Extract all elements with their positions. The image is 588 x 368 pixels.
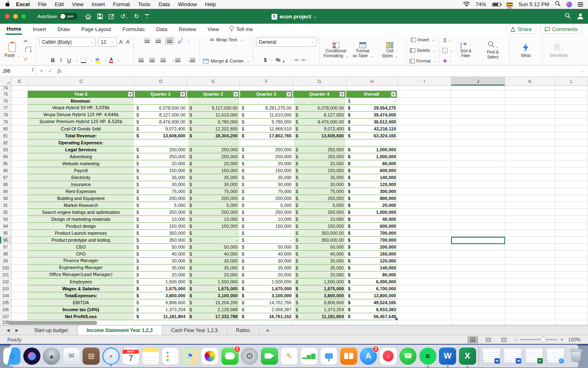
cell-I90[interactable]: [398, 195, 451, 202]
cell-E107[interactable]: $17,332,788: [187, 313, 240, 320]
page-layout-view-button[interactable]: [483, 336, 494, 343]
cell-K88[interactable]: [505, 181, 555, 188]
clear-button[interactable]: ◆⌄: [443, 58, 452, 63]
tab-data[interactable]: Data: [155, 25, 168, 34]
cell-G91[interactable]: $5,000: [293, 202, 346, 209]
cell-G103[interactable]: $1,675,000: [293, 285, 346, 292]
cell-J76[interactable]: [451, 98, 505, 105]
cell-K96[interactable]: [505, 237, 555, 244]
cell-G74[interactable]: [293, 86, 346, 91]
cell-G93[interactable]: $10,000: [293, 216, 346, 223]
cell-H79[interactable]: $36,512,000: [346, 119, 398, 126]
tab-view[interactable]: View: [207, 25, 220, 34]
dock-word-icon[interactable]: W: [439, 348, 456, 365]
cell-B85[interactable]: [11, 160, 28, 167]
cell-D103[interactable]: $1,675,000: [135, 285, 187, 292]
cell-D88[interactable]: $30,000: [135, 181, 187, 188]
cell-I79[interactable]: [398, 119, 451, 126]
cell-L105[interactable]: [555, 299, 588, 306]
font-color-button[interactable]: A: [109, 57, 113, 63]
row-header-93[interactable]: 93: [0, 216, 11, 223]
cell-B84[interactable]: [11, 153, 28, 160]
cell-H97[interactable]: $200,000: [346, 244, 398, 251]
dock-spotify-icon[interactable]: ≈: [419, 348, 437, 365]
cell-I94[interactable]: [398, 223, 451, 230]
align-left-button[interactable]: [137, 57, 145, 63]
cell-I86[interactable]: [398, 167, 451, 174]
cell-F107[interactable]: $16,761,152: [240, 313, 293, 320]
dock-launchpad-icon[interactable]: ▲: [43, 348, 60, 365]
orientation-button[interactable]: ab↗: [176, 37, 185, 45]
cell-E89[interactable]: $75,000: [187, 188, 240, 195]
cell-I78[interactable]: [398, 112, 451, 119]
cell-I95[interactable]: [398, 230, 451, 237]
cell-I76[interactable]: [398, 98, 451, 105]
customize-toolbar-icon[interactable]: ⌄: [145, 14, 149, 18]
cell-K84[interactable]: [505, 153, 555, 160]
cell-E86[interactable]: $150,000: [187, 167, 240, 174]
cell-G82[interactable]: [293, 139, 346, 146]
cell-F85[interactable]: $20,000: [240, 160, 293, 167]
comments-button[interactable]: Comments: [540, 25, 582, 34]
cell-B79[interactable]: [11, 119, 28, 126]
cell-D105[interactable]: $9,808,600: [135, 299, 187, 306]
cell-G97[interactable]: $50,000: [293, 244, 346, 251]
select-all-corner[interactable]: [0, 77, 11, 85]
dock-keynote-icon[interactable]: [320, 348, 337, 365]
cell-B98[interactable]: [11, 251, 28, 258]
dock-music-icon[interactable]: ♪: [380, 348, 397, 365]
cell-L93[interactable]: [555, 216, 588, 223]
cell-G92[interactable]: $250,000: [293, 209, 346, 216]
cell-B95[interactable]: [11, 230, 28, 237]
cell-K97[interactable]: [505, 244, 555, 251]
notification-center-icon[interactable]: [578, 2, 583, 7]
cell-D84[interactable]: $250,000: [135, 153, 187, 160]
cell-K89[interactable]: [505, 188, 555, 195]
increase-indent-button[interactable]: →: [185, 57, 197, 63]
cell-E104[interactable]: $3,100,000: [187, 292, 240, 299]
row-header-91[interactable]: 91: [0, 202, 11, 209]
cell-L97[interactable]: [555, 244, 588, 251]
row-header-106[interactable]: 106: [0, 306, 11, 313]
cell-K101[interactable]: [505, 272, 555, 278]
cell-B103[interactable]: [11, 285, 28, 292]
cell-L78[interactable]: [555, 112, 588, 119]
cell-B107[interactable]: [11, 313, 28, 320]
filter-button[interactable]: ▾: [391, 92, 396, 97]
cell-E78[interactable]: $11,610,000: [187, 112, 240, 119]
cell-B105[interactable]: [11, 299, 28, 306]
dock-facetime-icon[interactable]: [261, 348, 278, 365]
cell-J77[interactable]: [451, 105, 505, 112]
row-header-101[interactable]: 101: [0, 272, 11, 278]
row-label-97[interactable]: CEO: [28, 244, 135, 251]
row-label-100[interactable]: Engineering Manager: [28, 265, 135, 272]
zoom-slider[interactable]: − +: [514, 337, 563, 343]
row-label-80[interactable]: Cost Of Goods Sold: [28, 126, 135, 132]
dock-safari-icon[interactable]: ➢: [102, 348, 120, 365]
cell-D86[interactable]: $150,000: [135, 167, 187, 174]
dock-window-excel-icon[interactable]: X: [525, 348, 543, 364]
cell-L91[interactable]: [555, 202, 588, 209]
row-header-84[interactable]: 84: [0, 153, 11, 160]
cell-D87[interactable]: $35,000: [135, 174, 187, 181]
cell-I107[interactable]: [398, 313, 451, 320]
cell-L85[interactable]: [555, 160, 588, 167]
cell-E99[interactable]: $30,000: [187, 258, 240, 265]
cell-H98[interactable]: $160,000: [346, 251, 398, 258]
cell-E84[interactable]: $250,000: [187, 153, 240, 160]
cell-L79[interactable]: [555, 119, 588, 126]
cell-B89[interactable]: [11, 188, 28, 195]
underline-button[interactable]: U: [66, 57, 72, 63]
row-header-100[interactable]: 100: [0, 265, 11, 272]
tab-insert[interactable]: Insert: [32, 25, 47, 34]
cell-D100[interactable]: $35,000: [135, 265, 187, 272]
cell-H96[interactable]: $700,000: [346, 237, 398, 244]
cell-G80[interactable]: $9,072,400: [293, 126, 346, 132]
row-label-89[interactable]: Rent Expenses: [28, 188, 135, 195]
cell-E83[interactable]: $250,000: [187, 146, 240, 153]
cell-E100[interactable]: $35,000: [187, 265, 240, 272]
cell-D85[interactable]: $20,000: [135, 160, 187, 167]
cell-L74[interactable]: [555, 86, 588, 91]
menu-insert[interactable]: Insert: [91, 1, 105, 7]
cell-F80[interactable]: $11,868,510: [240, 126, 293, 132]
